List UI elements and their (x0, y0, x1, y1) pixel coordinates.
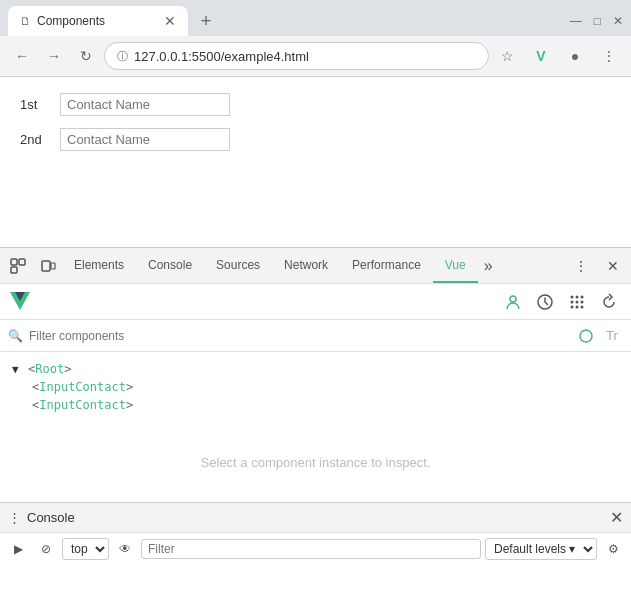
star-icon[interactable]: ☆ (493, 42, 521, 70)
svg-point-12 (571, 300, 574, 303)
tab-vue[interactable]: Vue (433, 248, 478, 283)
tab-close-button[interactable]: ✕ (164, 14, 176, 28)
console-play-icon[interactable]: ▶ (6, 537, 30, 561)
svg-point-10 (576, 295, 579, 298)
tree-tag-close: > (64, 362, 71, 376)
form-row-1: 1st (20, 93, 611, 116)
contact-name-input-2[interactable] (60, 128, 230, 151)
row2-label: 2nd (20, 132, 48, 147)
reload-button[interactable]: ↻ (72, 42, 100, 70)
profile-icon[interactable]: ● (561, 42, 589, 70)
devtools-panel-icons (4, 252, 62, 280)
vue-panel: 🔍 Tr ▼ < Root > < I (0, 284, 631, 502)
filter-components-input[interactable] (29, 329, 569, 343)
tree-close-2: > (126, 398, 133, 412)
svg-point-7 (510, 296, 516, 302)
devtools-close-icon[interactable]: ✕ (599, 252, 627, 280)
svg-point-18 (580, 330, 592, 342)
inspect-message: Select a component instance to inspect. (201, 455, 431, 470)
console-block-icon[interactable]: ⊘ (34, 537, 58, 561)
back-button[interactable]: ← (8, 42, 36, 70)
vue-logo (8, 290, 32, 314)
page-content: 1st 2nd (0, 77, 631, 247)
refresh-icon[interactable] (595, 288, 623, 316)
svg-point-13 (576, 300, 579, 303)
tree-node-root[interactable]: ▼ < Root > (12, 360, 619, 378)
svg-point-9 (571, 295, 574, 298)
new-tab-button[interactable]: + (192, 7, 220, 35)
vue-actions (499, 288, 623, 316)
filter-format-icon[interactable]: Tr (601, 325, 623, 347)
filter-right-buttons: Tr (575, 325, 623, 347)
device-toggle-icon[interactable] (34, 252, 62, 280)
svg-rect-3 (42, 261, 50, 271)
tree-node-input-contact-2[interactable]: < InputContact > (32, 396, 619, 414)
nav-right-icons: ☆ V ● ⋮ (493, 42, 623, 70)
form-row-2: 2nd (20, 128, 611, 151)
inspect-element-icon[interactable] (4, 252, 32, 280)
forward-button[interactable]: → (40, 42, 68, 70)
console-menu-icon[interactable]: ⋮ (8, 510, 21, 525)
tab-title: Components (37, 14, 158, 28)
close-button[interactable]: ✕ (613, 14, 623, 28)
vue-header (0, 284, 631, 320)
svg-point-14 (581, 300, 584, 303)
console-filter-input[interactable] (141, 539, 481, 559)
browser-tab[interactable]: 🗋 Components ✕ (8, 6, 188, 36)
tab-elements[interactable]: Elements (62, 248, 136, 283)
svg-rect-2 (19, 259, 25, 265)
minimize-button[interactable]: — (570, 14, 582, 28)
console-input-bar: ▶ ⊘ top 👁 Default levels ▾ ⚙ (0, 532, 631, 564)
vue-extension-icon[interactable]: V (527, 42, 555, 70)
contact-name-input-1[interactable] (60, 93, 230, 116)
console-eye-icon[interactable]: 👁 (113, 537, 137, 561)
devtools-toolbar: Elements Console Sources Network Perform… (0, 248, 631, 284)
search-icon: 🔍 (8, 329, 23, 343)
tree-open-1: < (32, 380, 39, 394)
tree-toggle-root[interactable]: ▼ (12, 363, 24, 376)
console-close-button[interactable]: ✕ (610, 508, 623, 527)
tab-network[interactable]: Network (272, 248, 340, 283)
console-title: Console (27, 510, 604, 525)
filter-row: 🔍 Tr (0, 320, 631, 352)
maximize-button[interactable]: □ (594, 14, 601, 28)
console-context-select[interactable]: top (62, 538, 109, 560)
svg-rect-0 (11, 259, 17, 265)
devtools-settings-icon[interactable]: ⋮ (567, 252, 595, 280)
history-icon[interactable] (531, 288, 559, 316)
address-bar[interactable]: ⓘ 127.0.0.1:5500/example4.html (104, 42, 489, 70)
tree-children: < InputContact > < InputContact > (32, 378, 619, 414)
tree-tag-open: < (28, 362, 35, 376)
console-settings-icon[interactable]: ⚙ (601, 537, 625, 561)
svg-point-16 (576, 305, 579, 308)
nav-bar: ← → ↻ ⓘ 127.0.0.1:5500/example4.html ☆ V… (0, 36, 631, 76)
console-level-select[interactable]: Default levels ▾ (485, 538, 597, 560)
scatter-icon[interactable] (563, 288, 591, 316)
menu-icon[interactable]: ⋮ (595, 42, 623, 70)
tab-performance[interactable]: Performance (340, 248, 433, 283)
devtools-tabs: Elements Console Sources Network Perform… (62, 248, 567, 283)
component-tree-icon[interactable] (499, 288, 527, 316)
inspect-area: Select a component instance to inspect. (0, 422, 631, 502)
svg-point-17 (581, 305, 584, 308)
tree-open-2: < (32, 398, 39, 412)
tree-child2-name: InputContact (39, 398, 126, 412)
url-text: 127.0.0.1:5500/example4.html (134, 49, 309, 64)
console-bar: ⋮ Console ✕ (0, 502, 631, 532)
svg-rect-4 (51, 263, 55, 269)
browser-chrome: 🗋 Components ✕ + — □ ✕ ← → ↻ ⓘ 127.0.0.1… (0, 0, 631, 77)
tab-page-icon: 🗋 (20, 15, 31, 27)
tree-root-name: Root (35, 362, 64, 376)
svg-point-15 (571, 305, 574, 308)
filter-circle-icon[interactable] (575, 325, 597, 347)
tree-node-input-contact-1[interactable]: < InputContact > (32, 378, 619, 396)
tree-close-1: > (126, 380, 133, 394)
tab-console[interactable]: Console (136, 248, 204, 283)
row1-label: 1st (20, 97, 48, 112)
component-tree: ▼ < Root > < InputContact > < InputConta… (0, 352, 631, 422)
tree-child1-name: InputContact (39, 380, 126, 394)
devtools-right-controls: ⋮ ✕ (567, 252, 627, 280)
svg-rect-1 (11, 267, 17, 273)
more-tabs-button[interactable]: » (478, 257, 499, 275)
tab-sources[interactable]: Sources (204, 248, 272, 283)
